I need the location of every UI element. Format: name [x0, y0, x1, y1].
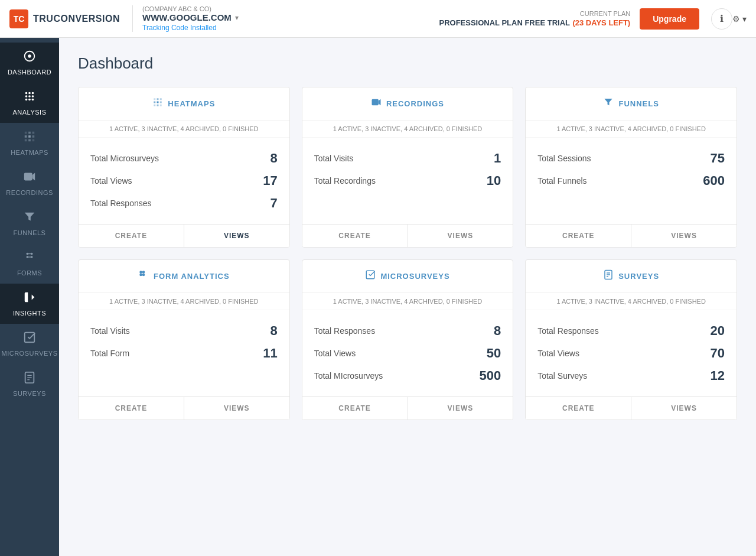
- svg-point-7: [25, 99, 28, 101]
- form-analytics-card-icon: [138, 269, 149, 283]
- form-analytics-card: FORM ANALYTICS 1 ACTIVE, 3 INACTIVE, 4 A…: [78, 259, 290, 420]
- funnels-stat-1: Total Funnels 600: [537, 170, 725, 192]
- surveys-create-button[interactable]: CREATE: [526, 397, 631, 420]
- recordings-card-status: 1 ACTIVE, 3 INACTIVE, 4 ARCHIVED, 0 FINI…: [302, 121, 513, 138]
- heatmaps-card-body: Total Microsurveys 8 Total Views 17 Tota…: [79, 138, 289, 224]
- funnels-create-button[interactable]: CREATE: [526, 225, 631, 247]
- recordings-stat-label-0: Total Visits: [314, 154, 354, 163]
- microsurveys-stat-value-2: 500: [480, 368, 501, 383]
- microsurveys-create-button[interactable]: CREATE: [302, 397, 408, 420]
- sidebar-item-microsurveys[interactable]: MICROSURVEYS: [0, 324, 59, 364]
- plan-detail-row: PROFESSIONAL PLAN FREE TRIAL (23 DAYS LE…: [439, 17, 630, 28]
- recordings-card-body: Total Visits 1 Total Recordings 10: [302, 138, 513, 224]
- surveys-card-status: 1 ACTIVE, 3 INACTIVE, 4 ARCHIVED, 0 FINI…: [526, 293, 737, 310]
- plan-info: CURRENT PLAN PROFESSIONAL PLAN FREE TRIA…: [439, 10, 630, 28]
- sidebar-label-microsurveys: MICROSURVEYS: [1, 350, 57, 357]
- form-analytics-card-body: Total Visits 8 Total Form 11: [79, 310, 289, 396]
- funnels-icon: [23, 210, 36, 227]
- recordings-views-button[interactable]: VIEWS: [408, 225, 513, 247]
- svg-rect-50: [367, 271, 375, 279]
- heatmaps-create-button[interactable]: CREATE: [79, 225, 184, 247]
- surveys-stat-label-0: Total Responses: [537, 326, 599, 336]
- surveys-stat-0: Total Responses 20: [537, 320, 725, 342]
- svg-rect-16: [25, 139, 27, 142]
- svg-point-0: [28, 54, 31, 58]
- microsurveys-stat-label-2: Total MIcrosurveys: [314, 371, 383, 381]
- sidebar-item-analysis[interactable]: ANALYSIS: [0, 83, 59, 123]
- microsurveys-stat-2: Total MIcrosurveys 500: [314, 365, 501, 387]
- sidebar-label-surveys: SURVEYS: [13, 390, 46, 397]
- settings-button[interactable]: ⚙ ▾: [732, 14, 747, 24]
- recordings-stat-1: Total Recordings 10: [314, 170, 501, 192]
- svg-rect-14: [28, 135, 31, 138]
- recordings-create-button[interactable]: CREATE: [302, 225, 408, 247]
- svg-rect-32: [154, 98, 156, 100]
- heatmaps-icon: [23, 130, 36, 147]
- sidebar-item-surveys[interactable]: SURVEYS: [0, 364, 59, 404]
- microsurveys-stat-value-1: 50: [487, 346, 501, 361]
- dashboard-grid: HEATMAPS 1 ACTIVE, 3 INACTIVE, 4 ARCHIVE…: [78, 87, 737, 420]
- sidebar: DASHBOARD ANALYSIS HEATMAPS RECORDINGS F…: [0, 38, 59, 556]
- svg-marker-42: [379, 99, 381, 106]
- form-analytics-card-status: 1 ACTIVE, 3 INACTIVE, 4 ARCHIVED, 0 FINI…: [79, 293, 289, 310]
- sidebar-item-recordings[interactable]: RECORDINGS: [0, 163, 59, 203]
- svg-rect-12: [32, 132, 35, 134]
- recordings-card-header: RECORDINGS: [302, 87, 513, 121]
- info-button[interactable]: ℹ: [711, 8, 732, 30]
- heatmaps-card-icon: [152, 97, 163, 110]
- funnels-card-header: FUNNELS: [526, 87, 737, 121]
- tracking-installed-link[interactable]: Tracking Code Installed: [142, 24, 239, 32]
- surveys-stat-value-2: 12: [711, 368, 725, 383]
- site-dropdown-arrow[interactable]: ▾: [235, 14, 239, 22]
- microsurveys-card-header: MICROSURVEYS: [302, 260, 513, 293]
- sidebar-item-forms[interactable]: FORMS: [0, 243, 59, 284]
- heatmaps-card: HEATMAPS 1 ACTIVE, 3 INACTIVE, 4 ARCHIVE…: [78, 87, 290, 248]
- svg-rect-35: [154, 102, 156, 103]
- form-analytics-stat-value-0: 8: [270, 323, 277, 339]
- svg-rect-18: [32, 139, 35, 142]
- company-name: (Company ABC & Co): [142, 5, 239, 12]
- sidebar-item-insights[interactable]: INSIGHTS: [0, 284, 59, 324]
- heatmaps-stat-0: Total Microsurveys 8: [90, 147, 278, 170]
- heatmaps-stat-label-0: Total Microsurveys: [90, 154, 159, 163]
- surveys-card-footer: CREATE VIEWS: [526, 396, 737, 420]
- svg-rect-17: [28, 139, 31, 142]
- gear-icon: ⚙: [732, 14, 740, 24]
- funnels-stat-value-1: 600: [703, 173, 725, 188]
- heatmaps-card-footer: CREATE VIEWS: [79, 224, 289, 247]
- svg-rect-40: [160, 105, 162, 106]
- funnels-card-title: FUNNELS: [618, 99, 659, 108]
- sidebar-item-dashboard[interactable]: DASHBOARD: [0, 43, 59, 83]
- funnels-views-button[interactable]: VIEWS: [631, 225, 737, 247]
- sidebar-item-funnels[interactable]: FUNNELS: [0, 203, 59, 243]
- surveys-card: SURVEYS 1 ACTIVE, 3 INACTIVE, 4 ARCHIVED…: [525, 259, 737, 420]
- heatmaps-views-button[interactable]: VIEWS: [184, 225, 289, 247]
- form-analytics-stat-value-1: 11: [263, 346, 277, 361]
- logo-area: TC TRUCONVERSION: [9, 9, 128, 28]
- current-plan-label: CURRENT PLAN: [580, 10, 630, 17]
- surveys-views-button[interactable]: VIEWS: [631, 397, 737, 420]
- svg-rect-27: [25, 333, 35, 343]
- surveys-stat-label-1: Total Views: [537, 349, 579, 358]
- microsurveys-views-button[interactable]: VIEWS: [408, 397, 513, 420]
- microsurveys-card-status: 1 ACTIVE, 3 INACTIVE, 4 ARCHIVED, 0 FINI…: [302, 293, 513, 310]
- main-content: Dashboard HEATMAPS 1 ACTIVE, 3 INACTIVE,…: [59, 38, 756, 556]
- svg-rect-37: [160, 102, 162, 103]
- microsurveys-card-body: Total Responses 8 Total Views 50 Total M…: [302, 310, 513, 396]
- recordings-card-icon: [371, 97, 382, 110]
- upgrade-button[interactable]: Upgrade: [640, 8, 699, 30]
- funnels-stat-label-1: Total Funnels: [537, 176, 586, 186]
- heatmaps-stat-2: Total Responses 7: [90, 192, 278, 214]
- heatmaps-stat-value-2: 7: [270, 196, 277, 211]
- microsurveys-card: MICROSURVEYS 1 ACTIVE, 3 INACTIVE, 4 ARC…: [302, 259, 514, 420]
- svg-point-8: [28, 99, 31, 101]
- form-analytics-card-footer: CREATE VIEWS: [79, 396, 289, 420]
- header: TC TRUCONVERSION (Company ABC & Co) WWW.…: [0, 0, 756, 38]
- page-title: Dashboard: [78, 54, 737, 73]
- sidebar-item-heatmaps[interactable]: HEATMAPS: [0, 123, 59, 163]
- sidebar-label-insights: INSIGHTS: [13, 310, 46, 317]
- microsurveys-card-title: MICROSURVEYS: [380, 272, 449, 281]
- form-analytics-create-button[interactable]: CREATE: [79, 397, 184, 420]
- surveys-card-header: SURVEYS: [526, 260, 737, 293]
- form-analytics-views-button[interactable]: VIEWS: [184, 397, 289, 420]
